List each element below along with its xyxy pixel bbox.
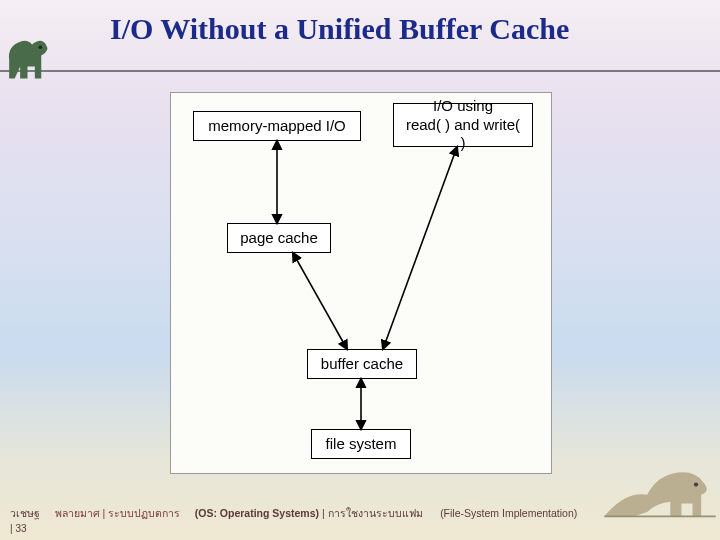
- footer: วเชษฐ พลายมาศ | ระบบปฏบตการ (OS: Operati…: [10, 505, 710, 534]
- footer-course: (OS: Operating Systems): [195, 507, 319, 519]
- svg-point-0: [39, 45, 43, 49]
- footer-chapter: (File-System Implementation): [440, 507, 577, 519]
- footer-subject: พลายมาศ | ระบบปฏบตการ: [55, 507, 181, 519]
- svg-line-3: [293, 253, 347, 349]
- footer-page: | 33: [10, 523, 27, 534]
- slide-root: I/O Without a Unified Buffer Cache memor…: [0, 0, 720, 540]
- footer-author: วเชษฐ: [10, 507, 40, 519]
- footer-topic: | การใชงานระบบแฟม: [322, 507, 423, 519]
- svg-line-4: [383, 147, 457, 349]
- svg-point-1: [694, 482, 698, 486]
- dinosaur-icon: [0, 28, 55, 83]
- diagram-arrows: [171, 93, 551, 473]
- slide-title: I/O Without a Unified Buffer Cache: [110, 12, 710, 46]
- diagram-canvas: memory-mapped I/O I/O using read( ) and …: [170, 92, 552, 474]
- title-underline: [0, 70, 720, 72]
